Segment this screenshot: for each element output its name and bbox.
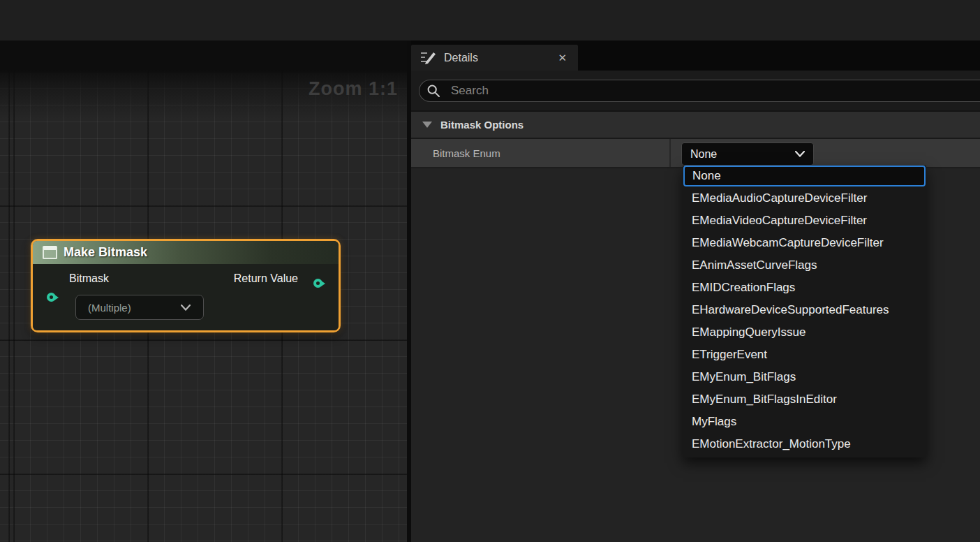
close-icon[interactable]: ✕ bbox=[558, 52, 567, 64]
blueprint-graph-canvas[interactable]: Zoom 1:1 Make Bitmask Bitmask (Multiple)… bbox=[0, 41, 407, 542]
search-icon bbox=[426, 84, 440, 98]
dropdown-option[interactable]: EMIDCreationFlags bbox=[683, 277, 926, 299]
node-header[interactable]: Make Bitmask bbox=[33, 241, 339, 264]
property-name-cell: Bitmask Enum bbox=[411, 139, 671, 167]
dropdown-option[interactable]: EMotionExtractor_MotionType bbox=[683, 433, 926, 455]
bitmask-enum-row: Bitmask Enum None bbox=[411, 139, 980, 168]
bitmask-enum-selected-value: None bbox=[682, 148, 795, 161]
bitmask-value-dropdown[interactable]: (Multiple) bbox=[75, 295, 204, 320]
search-input[interactable] bbox=[451, 84, 980, 98]
dropdown-option[interactable]: EMediaWebcamCaptureDeviceFilter bbox=[683, 232, 926, 254]
top-toolbar bbox=[0, 0, 980, 41]
bitmask-input-pin[interactable] bbox=[47, 293, 56, 302]
dropdown-option[interactable]: EMappingQueryIssue bbox=[683, 321, 926, 344]
dropdown-option[interactable]: EMyEnum_BitFlagsInEditor bbox=[683, 388, 926, 411]
dropdown-option[interactable]: None bbox=[683, 166, 926, 186]
zoom-level-indicator: Zoom 1:1 bbox=[309, 78, 398, 100]
collapse-triangle-icon[interactable] bbox=[422, 122, 432, 128]
search-row bbox=[411, 71, 980, 110]
dropdown-option[interactable]: MyFlags bbox=[683, 411, 926, 433]
dropdown-option[interactable]: EHardwareDeviceSupportedFeatures bbox=[683, 299, 926, 321]
tab-details-label: Details bbox=[444, 52, 558, 64]
property-label: Bitmask Enum bbox=[433, 147, 500, 159]
make-struct-icon bbox=[43, 246, 57, 259]
return-value-output-pin[interactable] bbox=[313, 279, 322, 288]
node-title: Make Bitmask bbox=[64, 245, 147, 260]
tab-bar: Details ✕ bbox=[411, 41, 980, 71]
return-value-label: Return Value bbox=[234, 272, 298, 285]
chevron-down-icon bbox=[795, 151, 805, 157]
section-title: Bitmask Options bbox=[440, 119, 524, 131]
section-bitmask-options[interactable]: Bitmask Options bbox=[411, 112, 980, 139]
details-icon bbox=[419, 50, 437, 66]
details-panel: Details ✕ Bitmask Options Bitmask Enum bbox=[411, 41, 980, 542]
bitmask-value-text: (Multiple) bbox=[76, 302, 181, 314]
search-bar[interactable] bbox=[419, 80, 980, 102]
make-bitmask-node[interactable]: Make Bitmask Bitmask (Multiple) Return V… bbox=[31, 239, 341, 332]
bitmask-enum-dropdown[interactable]: None bbox=[681, 142, 814, 166]
dropdown-option[interactable]: EMediaAudioCaptureDeviceFilter bbox=[683, 187, 926, 210]
tab-details[interactable]: Details ✕ bbox=[411, 45, 578, 71]
dropdown-option[interactable]: EMyEnum_BitFlags bbox=[683, 366, 926, 388]
property-value-cell: None bbox=[671, 139, 980, 167]
app-window: Zoom 1:1 Make Bitmask Bitmask (Multiple)… bbox=[0, 0, 980, 542]
bitmask-pin-label: Bitmask bbox=[69, 272, 109, 285]
enum-dropdown-menu: None EMediaAudioCaptureDeviceFilter EMed… bbox=[683, 166, 926, 457]
node-body: Bitmask (Multiple) Return Value bbox=[33, 264, 339, 330]
chevron-down-icon bbox=[181, 305, 191, 311]
dropdown-option[interactable]: ETriggerEvent bbox=[683, 344, 926, 366]
dropdown-option[interactable]: EAnimAssetCurveFlags bbox=[683, 254, 926, 277]
dropdown-option[interactable]: EMediaVideoCaptureDeviceFilter bbox=[683, 210, 926, 232]
